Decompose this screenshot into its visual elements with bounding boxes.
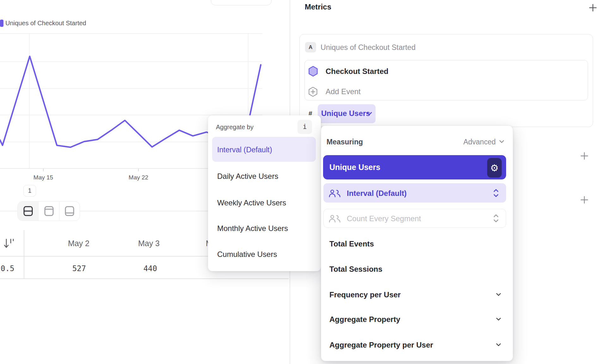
info-icon[interactable]: i (297, 120, 312, 134)
page-number-badge[interactable]: 1 (23, 185, 36, 197)
add-filter-plus-icon[interactable] (580, 152, 589, 160)
measure-settings-button[interactable]: ⚙ (487, 158, 502, 178)
chart-legend-label[interactable]: Uniques of Checkout Started (5, 19, 86, 27)
chevron-down-icon (499, 140, 505, 143)
table-bottom-border (0, 278, 289, 279)
measuring-option-frequency-per-user[interactable]: Frequency per User (329, 290, 401, 299)
metric-letter-badge: A (305, 42, 316, 52)
table-column-border (24, 230, 24, 279)
aggregate-option[interactable]: Weekly Active Users (217, 198, 286, 207)
pane-option-split-horizontal[interactable] (18, 202, 38, 221)
pane-option-footer-bottom[interactable] (59, 202, 80, 221)
insights-report-page: Uniques of Checkout Started May 15 May 2… (0, 0, 600, 364)
users-icon-disabled (329, 215, 341, 223)
x-axis-tick-label: May 15 (24, 174, 62, 181)
chevron-down-icon (366, 112, 372, 116)
measuring-option-aggregate-property[interactable]: Aggregate Property (329, 315, 400, 324)
split-horizontal-icon (23, 206, 33, 216)
unique-users-label[interactable]: Unique Users (329, 163, 380, 172)
chevron-down-icon (496, 317, 501, 321)
toolbar-button-partial[interactable] (211, 0, 272, 5)
advanced-mode-toggle[interactable]: Advanced (449, 138, 496, 146)
aggregate-by-title: Aggregate by (216, 124, 254, 131)
layout-pane-toggle (17, 201, 80, 221)
add-event-button[interactable]: Add Event (326, 87, 361, 96)
table-row-label: 0.5 (1, 264, 14, 274)
x-axis-tick-label: May 22 (119, 174, 157, 181)
add-event-hexagon-plus-icon (308, 87, 318, 97)
gear-icon: ⚙ (490, 162, 499, 173)
metric-name-input[interactable]: Uniques of Checkout Started (321, 43, 415, 52)
measuring-option-total-sessions[interactable]: Total Sessions (329, 265, 383, 274)
footer-bottom-icon (64, 206, 75, 216)
table-header-cell[interactable]: May 3 (112, 239, 160, 248)
header-top-icon (44, 206, 54, 216)
aggregate-option[interactable]: Daily Active Users (217, 172, 278, 181)
add-metric-plus-icon[interactable] (589, 3, 597, 12)
aggregate-option[interactable]: Cumulative Users (217, 250, 277, 259)
pane-option-header-top[interactable] (38, 202, 59, 221)
aggregate-option-label[interactable]: Interval (Default) (217, 146, 272, 154)
sort-rows-icon[interactable] (3, 238, 15, 250)
measuring-option-aggregate-property-per-user[interactable]: Aggregate Property per User (329, 341, 433, 349)
chevron-up-down-icon (493, 189, 499, 197)
chevron-down-icon (496, 293, 501, 296)
users-icon (329, 189, 341, 197)
table-header-cell[interactable]: May 2 (42, 239, 89, 248)
measure-pill-label[interactable]: Unique Users (321, 109, 370, 118)
measuring-title: Measuring (327, 138, 363, 146)
add-breakdown-plus-icon[interactable] (580, 196, 589, 204)
metrics-section-title: Metrics (305, 3, 331, 11)
chevron-down-icon (496, 343, 501, 347)
chevron-up-down-icon (493, 214, 499, 223)
series-color-chip (0, 20, 3, 27)
event-name[interactable]: Checkout Started (326, 67, 389, 76)
aggregate-option[interactable]: Monthly Active Users (217, 224, 288, 233)
measuring-option-total-events[interactable]: Total Events (329, 240, 374, 248)
event-hexagon-icon (308, 66, 318, 77)
table-cell: 527 (39, 264, 86, 274)
interval-row-label[interactable]: Interval (Default) (347, 189, 407, 198)
count-every-segment-label[interactable]: Count Every Segment (347, 214, 421, 223)
table-cell: 440 (110, 264, 157, 274)
